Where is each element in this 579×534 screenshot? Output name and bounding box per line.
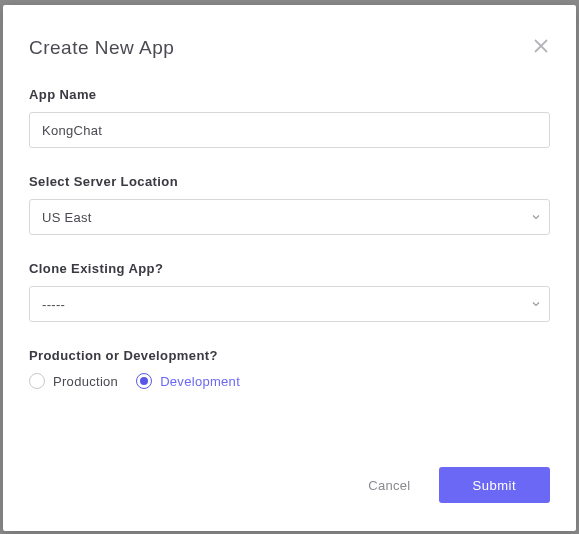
environment-label: Production or Development? — [29, 348, 550, 363]
modal-header: Create New App — [29, 37, 550, 59]
app-name-input[interactable] — [29, 112, 550, 148]
radio-production[interactable]: Production — [29, 373, 118, 389]
server-location-select[interactable]: US East — [29, 199, 550, 235]
modal-title: Create New App — [29, 37, 174, 59]
radio-inner-icon — [140, 377, 148, 385]
clone-app-select-wrapper: ----- — [29, 286, 550, 322]
app-name-group: App Name — [29, 87, 550, 148]
clone-app-group: Clone Existing App? ----- — [29, 261, 550, 322]
clone-app-label: Clone Existing App? — [29, 261, 550, 276]
radio-label-production: Production — [53, 374, 118, 389]
radio-label-development: Development — [160, 374, 240, 389]
server-location-select-wrapper: US East — [29, 199, 550, 235]
environment-radio-group: Production Development — [29, 373, 550, 389]
create-app-modal: Create New App App Name Select Server Lo… — [3, 5, 576, 531]
close-icon — [534, 39, 548, 53]
server-location-group: Select Server Location US East — [29, 174, 550, 235]
close-button[interactable] — [532, 37, 550, 55]
environment-group: Production or Development? Production De… — [29, 348, 550, 389]
server-location-label: Select Server Location — [29, 174, 550, 189]
radio-circle-development — [136, 373, 152, 389]
radio-circle-production — [29, 373, 45, 389]
clone-app-select[interactable]: ----- — [29, 286, 550, 322]
app-name-label: App Name — [29, 87, 550, 102]
modal-footer: Cancel Submit — [29, 467, 550, 503]
submit-button[interactable]: Submit — [439, 467, 550, 503]
cancel-button[interactable]: Cancel — [368, 478, 410, 493]
radio-development[interactable]: Development — [136, 373, 240, 389]
